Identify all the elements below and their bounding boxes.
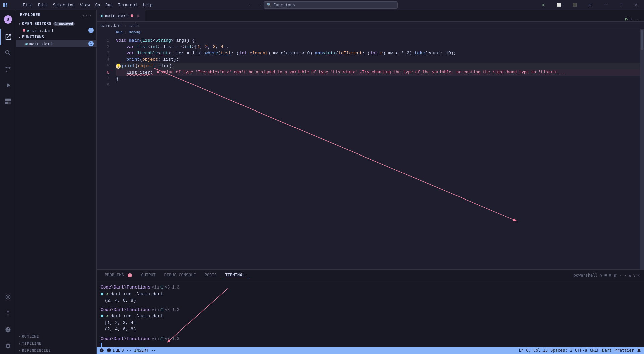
debug-link[interactable]: Debug: [129, 30, 140, 34]
split-editor-button[interactable]: ⬜: [551, 0, 567, 10]
timeline-section[interactable]: › TIMELINE: [16, 340, 96, 347]
activity-bar: U: [0, 10, 16, 354]
explorer-activity-icon[interactable]: [0, 29, 16, 45]
menu-help[interactable]: Help: [140, 0, 155, 10]
terminal-new-terminal-icon[interactable]: ⊞: [604, 273, 607, 278]
terminal-session-2-output-1: [1, 2, 3, 4]: [101, 320, 640, 326]
terminal-split-icon[interactable]: ⊟: [609, 273, 611, 278]
open-editors-label: OPEN EDITORS: [22, 21, 51, 26]
tab-close-button[interactable]: ✕: [136, 13, 141, 18]
tab-bar-run-icon[interactable]: ▷: [625, 16, 628, 21]
code-line-2: var List<int> list = <int>[1, 2, 3, 4];: [116, 44, 644, 50]
svg-point-5: [5, 71, 7, 72]
toggle-panel-button[interactable]: ⬛: [567, 0, 582, 10]
nav-forward-button[interactable]: →: [255, 0, 264, 10]
menu-view[interactable]: View: [77, 0, 93, 10]
tab-debug-console[interactable]: DEBUG CONSOLE: [160, 271, 200, 279]
accounts-activity-icon[interactable]: [0, 322, 16, 338]
status-spaces[interactable]: Spaces: 2: [550, 348, 572, 353]
tab-modified-indicator: [131, 14, 133, 17]
breadcrumb-separator: ›: [124, 23, 127, 28]
run-link[interactable]: Run: [116, 30, 123, 34]
breadcrumb-symbol[interactable]: main: [129, 23, 139, 28]
status-left: 1 0 -- INSERT --: [99, 348, 156, 353]
open-editors-section-header[interactable]: ▾ OPEN EDITORS 1 unsaved: [16, 20, 96, 27]
search-text: Functions: [273, 3, 295, 7]
errors-count: 1: [112, 348, 115, 353]
terminal-dot-2: [101, 315, 103, 317]
terminal-maximize-icon[interactable]: ∧: [629, 273, 631, 278]
line-num-1: 1: [97, 37, 109, 44]
terminal-powershell-dropdown[interactable]: powershell ∨: [573, 273, 602, 278]
status-formatter[interactable]: Prettier: [614, 348, 634, 353]
search-activity-icon[interactable]: [0, 45, 16, 61]
run-debug-activity-icon[interactable]: [0, 77, 16, 93]
scrollbar-thumb[interactable]: [641, 30, 643, 50]
tab-ports[interactable]: PORTS: [201, 271, 221, 279]
editor: Run | Debug 1 2 3 4 5 6 7 8: [97, 29, 644, 269]
open-editors-main-dart[interactable]: ◉ main.dart 1: [16, 27, 96, 34]
tab-bar-more-icon[interactable]: ···: [634, 16, 641, 21]
tab-terminal[interactable]: TERMINAL: [221, 271, 249, 279]
status-errors[interactable]: 1 0: [107, 348, 124, 353]
code-area[interactable]: void main(List<String> args) { var List<…: [113, 36, 644, 269]
breadcrumb-file[interactable]: main.dart: [101, 23, 122, 28]
status-bar: 1 0 -- INSERT -- Ln 6, Col 13 Spaces: 2 …: [97, 347, 644, 354]
status-eol[interactable]: CRLF: [590, 348, 599, 353]
status-notifications[interactable]: [637, 348, 641, 353]
indent-type: Spaces: 2: [550, 348, 572, 353]
tab-bar-split-icon[interactable]: ⊟: [630, 16, 632, 21]
terminal-kill-icon[interactable]: 🗑: [613, 273, 618, 278]
nav-back-button[interactable]: ←: [246, 0, 255, 10]
customize-layout-button[interactable]: ⊞: [582, 0, 598, 10]
functions-section-header[interactable]: ▾ FUNCTIONS: [16, 34, 96, 40]
status-right: Ln 6, Col 13 Spaces: 2 UTF-8 CRLF Dart P…: [519, 348, 641, 353]
menu-selection[interactable]: Selection: [50, 0, 77, 10]
close-button[interactable]: ✕: [629, 0, 644, 10]
status-language[interactable]: Dart: [602, 348, 612, 353]
menu-terminal[interactable]: Terminal: [115, 0, 140, 10]
svg-point-4: [5, 67, 7, 68]
tab-dart-icon: ◉: [101, 13, 103, 18]
menu-file[interactable]: File: [20, 0, 35, 10]
terminal-minimize-icon[interactable]: ∨: [633, 273, 636, 278]
open-editors-filename: main.dart: [31, 28, 54, 33]
dependencies-section[interactable]: › DEPENDENCIES: [16, 347, 96, 354]
tab-problems[interactable]: PROBLEMS 1: [101, 271, 136, 279]
status-remote[interactable]: [99, 348, 104, 353]
menu-go[interactable]: Go: [93, 0, 103, 10]
menu-run[interactable]: Run: [103, 0, 115, 10]
terminal-close-icon[interactable]: ✕: [638, 273, 640, 278]
functions-filename: main.dart: [29, 41, 53, 46]
functions-main-dart[interactable]: ◉ main.dart 1: [16, 40, 96, 47]
terminal-tabs: PROBLEMS 1 OUTPUT DEBUG CONSOLE PORTS TE…: [97, 270, 644, 281]
search-bar[interactable]: 🔍 Functions: [264, 1, 398, 9]
restore-button[interactable]: ❐: [613, 0, 629, 10]
svg-rect-0: [3, 3, 5, 5]
sidebar-more-button[interactable]: ···: [82, 13, 92, 19]
line-numbers: 1 2 3 4 5 6 7 8: [97, 36, 113, 269]
terminal-more-icon[interactable]: ···: [620, 273, 627, 278]
extensions-activity-icon[interactable]: [0, 93, 16, 109]
status-encoding[interactable]: UTF-8: [575, 348, 587, 353]
warnings-count: 0: [121, 348, 124, 353]
minimize-button[interactable]: ─: [598, 0, 613, 10]
settings-activity-icon[interactable]: [0, 338, 16, 354]
status-position[interactable]: Ln 6, Col 13: [519, 348, 548, 353]
outline-section[interactable]: › OUTLINE: [16, 333, 96, 340]
source-control-activity-icon[interactable]: [0, 61, 16, 77]
line-num-8: 8: [97, 82, 109, 88]
editor-scrollbar[interactable]: [640, 29, 644, 269]
svg-point-11: [7, 296, 9, 298]
main-dart-tab[interactable]: ◉ main.dart ✕: [97, 10, 145, 21]
file-icon: ◉: [27, 28, 29, 33]
user-avatar[interactable]: U: [0, 11, 16, 28]
line-num-3: 3: [97, 50, 109, 56]
functions-label: FUNCTIONS: [22, 35, 44, 39]
testing-activity-icon[interactable]: [0, 306, 16, 322]
remote-activity-icon[interactable]: [0, 289, 16, 305]
terminal-content[interactable]: Code\Dart\Functions via ⬡ v3.1.3 > dart …: [97, 281, 644, 347]
menu-edit[interactable]: Edit: [35, 0, 50, 10]
tab-output[interactable]: OUTPUT: [137, 271, 159, 279]
run-button[interactable]: ▷: [536, 0, 551, 10]
